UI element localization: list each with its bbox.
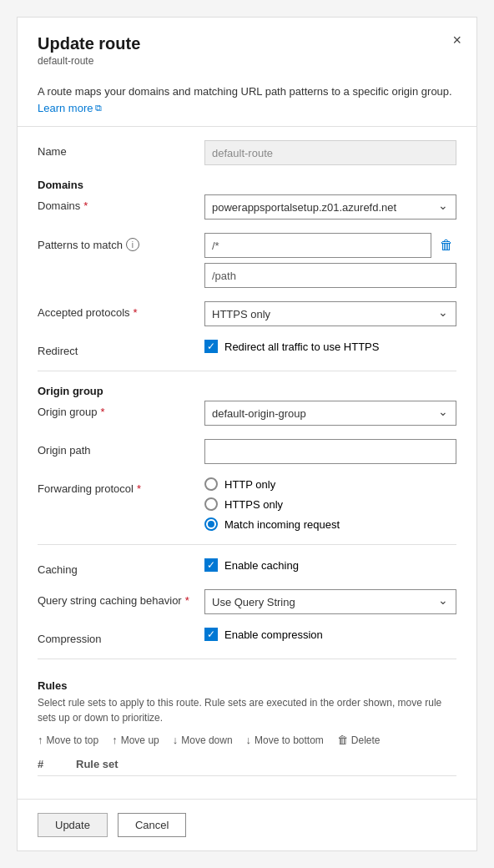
domains-select[interactable]: powerappsportalsetup.z01.azurefd.net [204,194,456,220]
name-input [204,140,456,165]
cancel-button[interactable]: Cancel [118,813,186,837]
rules-description: Select rule sets to apply to this route.… [38,695,456,725]
name-control [204,140,456,165]
update-route-panel: Update route default-route × A route map… [17,17,477,851]
caching-label: Caching [38,558,204,576]
accepted-protocols-row: Accepted protocols * HTTPS only HTTP onl… [38,301,456,326]
protocols-select-wrapper: HTTPS only HTTP only HTTP and HTTPS [204,301,456,326]
close-button[interactable]: × [452,33,461,48]
pattern-input-1[interactable] [204,233,431,258]
radio-http-only-label: HTTP only [224,478,275,491]
radio-row-match-incoming: Match incoming request [204,517,456,531]
origin-path-control [204,439,456,464]
query-string-control: Use Query String Ignore Query String Ign… [204,589,456,614]
move-to-top-button[interactable]: ↑ Move to top [38,734,98,746]
move-up-button[interactable]: ↑ Move up [112,734,159,746]
origin-path-input[interactable] [204,439,456,464]
col-num-header: # [38,758,63,770]
rules-title: Rules [38,679,456,692]
query-string-select-wrapper: Use Query String Ignore Query String Ign… [204,589,456,614]
query-string-select[interactable]: Use Query String Ignore Query String Ign… [204,589,456,614]
protocols-control: HTTPS only HTTP only HTTP and HTTPS [204,301,456,326]
compression-row: Compression ✓ Enable compression [38,628,456,645]
domains-control: powerappsportalsetup.z01.azurefd.net [204,194,456,220]
forwarding-radio-group: HTTP only HTTPS only Match incoming requ… [204,477,456,531]
compression-checkmark: ✓ [207,628,215,640]
move-up-icon: ↑ [112,734,118,746]
update-button[interactable]: Update [38,813,108,837]
panel-header: Update route default-route × [18,18,476,77]
rules-toolbar: ↑ Move to top ↑ Move up ↓ Move down ↓ Mo… [38,734,456,746]
protocols-select[interactable]: HTTPS only HTTP only HTTP and HTTPS [204,301,456,326]
redirect-row: Redirect ✓ Redirect all traffic to use H… [38,340,456,357]
delete-rule-button[interactable]: 🗑 Delete [337,734,381,746]
radio-https-only[interactable] [204,497,218,511]
compression-control: ✓ Enable compression [204,628,456,641]
external-link-icon: ⧉ [95,101,102,115]
compression-checkbox-row: ✓ Enable compression [204,628,456,641]
patterns-control: 🗑 [204,233,456,288]
radio-match-incoming-label: Match incoming request [224,518,340,531]
caching-text: Enable caching [224,559,299,572]
compression-text: Enable compression [224,628,323,641]
redirect-checkbox[interactable]: ✓ [204,340,218,353]
redirect-checkmark: ✓ [207,341,215,352]
origin-group-control: default-origin-group [204,401,456,426]
origin-group-row: Origin group * default-origin-group [38,401,456,426]
move-down-button[interactable]: ↓ Move down [173,734,233,746]
compression-checkbox[interactable]: ✓ [204,628,218,641]
radio-row-https-only: HTTPS only [204,497,456,511]
move-to-bottom-button[interactable]: ↓ Move to bottom [246,734,324,746]
panel-description: A route maps your domains and matching U… [18,77,476,126]
redirect-text: Redirect all traffic to use HTTPS [224,341,379,353]
name-row: Name [38,140,456,165]
protocols-required-star: * [134,306,138,319]
origin-path-label: Origin path [38,439,204,457]
origin-group-select[interactable]: default-origin-group [204,401,456,426]
rules-table-header: # Rule set [38,753,456,776]
patterns-info-icon: i [126,238,139,251]
caching-checkbox-row: ✓ Enable caching [204,558,456,572]
caching-row: Caching ✓ Enable caching [38,558,456,576]
domains-section-header: Domains [38,179,456,191]
forwarding-protocol-control: HTTP only HTTPS only Match incoming requ… [204,477,456,531]
move-down-icon: ↓ [173,734,179,746]
pattern-input-2[interactable] [204,263,456,288]
domains-row: Domains * powerappsportalsetup.z01.azure… [38,194,456,220]
panel-footer: Update Cancel [18,799,476,850]
panel-title: Update route [38,34,456,53]
radio-row-http-only: HTTP only [204,477,456,491]
redirect-control: ✓ Redirect all traffic to use HTTPS [204,340,456,353]
col-ruleset-header: Rule set [76,758,456,770]
rules-section: Rules Select rule sets to apply to this … [38,673,456,776]
query-string-required-star: * [185,594,189,607]
origin-group-label: Origin group * [38,401,204,418]
name-label: Name [38,140,204,158]
move-down-label: Move down [181,734,232,746]
patterns-row: Patterns to match i 🗑 [38,233,456,288]
delete-rule-icon: 🗑 [337,734,348,746]
caching-checkbox[interactable]: ✓ [204,558,218,572]
origin-path-row: Origin path [38,439,456,464]
radio-http-only[interactable] [204,477,218,491]
delete-rule-label: Delete [351,734,381,746]
compression-label: Compression [38,628,204,645]
section-divider-1 [38,371,456,371]
patterns-label: Patterns to match i [38,233,204,251]
caching-control: ✓ Enable caching [204,558,456,572]
pattern-row-2 [204,263,456,288]
origin-group-required-star: * [101,406,105,418]
learn-more-link[interactable]: Learn more ⧉ [38,100,102,117]
accepted-protocols-label: Accepted protocols * [38,301,204,319]
radio-match-incoming[interactable] [204,517,218,531]
panel-subtitle: default-route [38,55,456,67]
pattern-row-1: 🗑 [204,233,456,258]
redirect-checkbox-row: ✓ Redirect all traffic to use HTTPS [204,340,456,353]
section-divider-2 [38,544,456,545]
move-to-top-icon: ↑ [38,734,43,746]
origin-group-select-wrapper: default-origin-group [204,401,456,426]
domains-label: Domains * [38,194,204,212]
delete-pattern-1-button[interactable]: 🗑 [436,236,456,255]
section-divider-3 [38,659,456,659]
query-string-row: Query string caching behavior * Use Quer… [38,589,456,614]
